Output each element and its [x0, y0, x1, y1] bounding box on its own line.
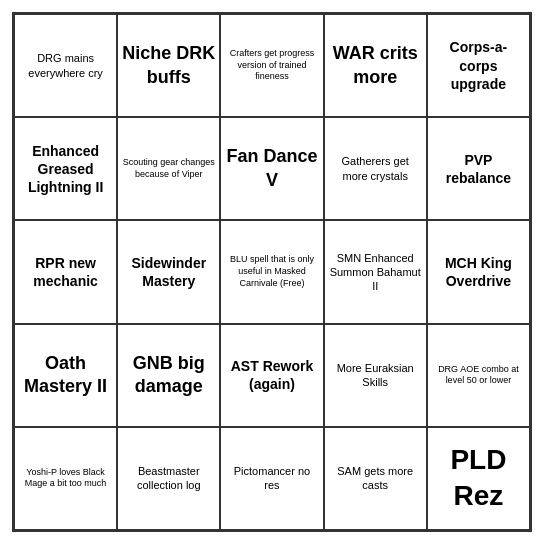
bingo-grid: DRG mains everywhere cryNiche DRK buffsC… [14, 14, 530, 530]
bingo-cell: Crafters get progress version of trained… [220, 14, 323, 117]
bingo-cell: Sidewinder Mastery [117, 220, 220, 323]
bingo-cell: Beastmaster collection log [117, 427, 220, 530]
bingo-cell: Scouting gear changes because of Viper [117, 117, 220, 220]
bingo-cell: PVP rebalance [427, 117, 530, 220]
bingo-cell: DRG mains everywhere cry [14, 14, 117, 117]
bingo-cell: Oath Mastery II [14, 324, 117, 427]
bingo-cell: RPR new mechanic [14, 220, 117, 323]
bingo-cell: Niche DRK buffs [117, 14, 220, 117]
bingo-cell: GNB big damage [117, 324, 220, 427]
bingo-cell: Pictomancer no res [220, 427, 323, 530]
bingo-card: DRG mains everywhere cryNiche DRK buffsC… [12, 12, 532, 532]
bingo-cell: SAM gets more casts [324, 427, 427, 530]
bingo-cell: PLD Rez [427, 427, 530, 530]
bingo-cell: Gatherers get more crystals [324, 117, 427, 220]
bingo-cell: BLU spell that is only useful in Masked … [220, 220, 323, 323]
bingo-cell: Yoshi-P loves Black Mage a bit too much [14, 427, 117, 530]
bingo-cell: DRG AOE combo at level 50 or lower [427, 324, 530, 427]
bingo-cell: Enhanced Greased Lightning II [14, 117, 117, 220]
bingo-cell: MCH King Overdrive [427, 220, 530, 323]
bingo-cell: Fan Dance V [220, 117, 323, 220]
bingo-cell: More Euraksian Skills [324, 324, 427, 427]
bingo-cell: SMN Enhanced Summon Bahamut II [324, 220, 427, 323]
bingo-cell: WAR crits more [324, 14, 427, 117]
bingo-cell: AST Rework (again) [220, 324, 323, 427]
bingo-cell: Corps-a-corps upgrade [427, 14, 530, 117]
